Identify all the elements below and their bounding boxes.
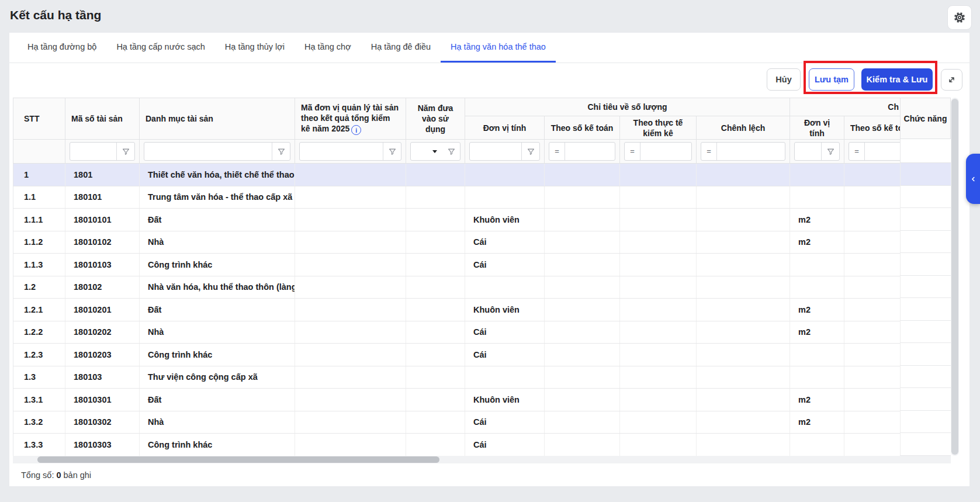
horizontal-scrollbar-thumb[interactable] (37, 456, 439, 463)
table-row[interactable]: 1.2180102Nhà văn hóa, khu thể thao thôn … (13, 276, 951, 299)
cell-per-inventory[interactable] (620, 164, 697, 186)
cell-difference[interactable] (697, 164, 790, 186)
cell-year[interactable] (406, 231, 465, 254)
cell-per-accounting[interactable] (545, 231, 620, 254)
table-row[interactable]: 1.2.218010202NhàCáim2 (13, 321, 951, 344)
cell-unit-qty[interactable]: Khuôn viên (465, 209, 545, 231)
cell-stt[interactable]: 1.1 (13, 186, 65, 209)
cell-asset-code[interactable]: 18010201 (65, 299, 140, 321)
cell-unit-code[interactable] (295, 231, 406, 254)
cell-unit-code[interactable] (295, 299, 406, 321)
cell-difference[interactable] (697, 186, 790, 209)
funnel-icon[interactable] (383, 143, 401, 160)
check-and-save-button[interactable]: Kiểm tra & Lưu (861, 68, 933, 91)
cell-per-inventory[interactable] (620, 366, 697, 389)
cell-year[interactable] (406, 254, 465, 276)
cell-asset-code[interactable]: 18010103 (65, 254, 140, 276)
cell-unit-qty[interactable] (465, 164, 545, 186)
cell-unit-qty[interactable] (465, 276, 545, 299)
cell-difference[interactable] (697, 209, 790, 231)
funnel-icon[interactable] (442, 143, 460, 160)
cell-year[interactable] (406, 344, 465, 366)
cell-unit-qty[interactable]: Cái (465, 321, 545, 344)
cell-unit-area[interactable]: m2 (790, 209, 844, 231)
cell-unit-code[interactable] (295, 164, 406, 186)
cell-asset-category[interactable]: Đất (140, 209, 295, 231)
cell-per-accounting[interactable] (545, 209, 620, 231)
cell-per-inventory[interactable] (620, 344, 697, 366)
cell-per-inventory[interactable] (620, 389, 697, 411)
cell-difference[interactable] (697, 366, 790, 389)
cell-unit-qty[interactable]: Cái (465, 231, 545, 254)
cell-asset-category[interactable]: Nhà (140, 411, 295, 434)
cell-stt[interactable]: 1.2.2 (13, 321, 65, 344)
table-row[interactable]: 1.2.118010201ĐấtKhuôn viênm2 (13, 299, 951, 321)
cell-difference[interactable] (697, 254, 790, 276)
cell-year[interactable] (406, 434, 465, 456)
cell-stt[interactable]: 1.3 (13, 366, 65, 389)
cell-unit-area[interactable]: m2 (790, 389, 844, 411)
cell-unit-code[interactable] (295, 209, 406, 231)
table-row[interactable]: 1.3.118010301ĐấtKhuôn viênm2 (13, 389, 951, 411)
cell-per-accounting[interactable] (545, 344, 620, 366)
vertical-scrollbar[interactable] (951, 98, 959, 456)
cell-per-accounting[interactable] (545, 411, 620, 434)
cell-per-inventory[interactable] (620, 231, 697, 254)
cell-unit-area[interactable] (790, 434, 844, 456)
filter-input-difference[interactable] (717, 143, 785, 160)
cell-unit-code[interactable] (295, 254, 406, 276)
cell-asset-category[interactable]: Trung tâm văn hóa - thể thao cấp xã (140, 186, 295, 209)
cell-unit-qty[interactable]: Cái (465, 411, 545, 434)
table-row[interactable]: 1.3180103Thư viện công cộng cấp xã (13, 366, 951, 389)
cell-per-accounting[interactable] (545, 254, 620, 276)
filter-input-per-inventory[interactable] (640, 143, 691, 160)
cell-unit-area[interactable] (790, 164, 844, 186)
filter-select-year[interactable] (411, 143, 432, 160)
cell-year[interactable] (406, 186, 465, 209)
cell-stt[interactable]: 1.2 (13, 276, 65, 299)
cell-per-inventory[interactable] (620, 434, 697, 456)
equals-operator[interactable]: = (625, 143, 640, 160)
cell-difference[interactable] (697, 321, 790, 344)
cell-unit-area[interactable]: m2 (790, 231, 844, 254)
cell-year[interactable] (406, 411, 465, 434)
cell-per-accounting[interactable] (545, 366, 620, 389)
cell-per-inventory[interactable] (620, 321, 697, 344)
cell-year[interactable] (406, 276, 465, 299)
cell-per-inventory[interactable] (620, 186, 697, 209)
cell-stt[interactable]: 1.2.1 (13, 299, 65, 321)
cell-year[interactable] (406, 389, 465, 411)
cell-difference[interactable] (697, 411, 790, 434)
table-row[interactable]: 1.1180101Trung tâm văn hóa - thể thao cấ… (13, 186, 951, 209)
funnel-icon[interactable] (821, 143, 839, 160)
cell-asset-category[interactable]: Nhà (140, 231, 295, 254)
filter-input-unit[interactable] (470, 143, 521, 160)
cell-stt[interactable]: 1.3.3 (13, 434, 65, 456)
cell-unit-area[interactable] (790, 344, 844, 366)
expand-button[interactable] (941, 69, 962, 91)
cell-unit-qty[interactable]: Cái (465, 434, 545, 456)
table-row[interactable]: 1.1.218010102NhàCáim2 (13, 231, 951, 254)
filter-input-unit-2[interactable] (795, 143, 821, 160)
table-row[interactable]: 11801Thiết chế văn hóa, thiết chế thể th… (13, 164, 951, 186)
equals-operator[interactable]: = (701, 143, 717, 160)
cell-asset-category[interactable]: Công trình khác (140, 434, 295, 456)
cell-stt[interactable]: 1.1.2 (13, 231, 65, 254)
cell-per-inventory[interactable] (620, 276, 697, 299)
cell-unit-code[interactable] (295, 366, 406, 389)
cell-stt[interactable]: 1 (13, 164, 65, 186)
cell-per-inventory[interactable] (620, 209, 697, 231)
cell-unit-code[interactable] (295, 434, 406, 456)
cell-unit-qty[interactable]: Khuôn viên (465, 299, 545, 321)
cell-difference[interactable] (697, 276, 790, 299)
cell-stt[interactable]: 1.1.3 (13, 254, 65, 276)
cell-unit-code[interactable] (295, 321, 406, 344)
cell-per-inventory[interactable] (620, 299, 697, 321)
cell-stt[interactable]: 1.1.1 (13, 209, 65, 231)
cell-asset-code[interactable]: 18010303 (65, 434, 140, 456)
cell-per-accounting[interactable] (545, 321, 620, 344)
cell-asset-code[interactable]: 18010202 (65, 321, 140, 344)
save-temp-button[interactable]: Lưu tạm (809, 68, 854, 91)
cell-per-accounting[interactable] (545, 299, 620, 321)
cell-unit-area[interactable] (790, 186, 844, 209)
